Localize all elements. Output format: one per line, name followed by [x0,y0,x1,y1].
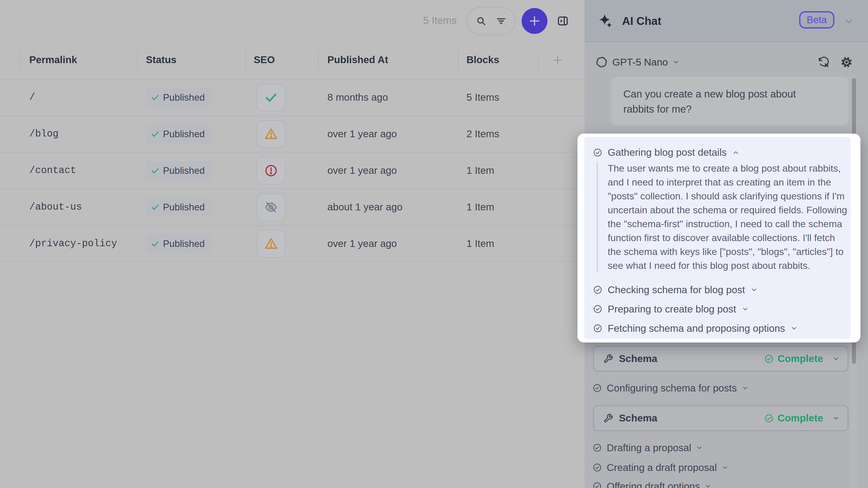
reasoning-step[interactable]: Configuring schema for posts [593,382,748,394]
published-at-cell: 8 months ago [328,79,388,115]
status-badge: Published [146,161,212,181]
blocks-cell: 1 Item [466,153,494,188]
column-header-published-at[interactable]: Published At [328,54,388,66]
permalink-cell: /contact [29,153,76,188]
chevron-down-icon [696,444,703,451]
beta-badge: Beta [799,11,834,29]
chevron-down-icon[interactable] [844,16,854,27]
published-at-cell: over 1 year ago [328,226,397,262]
published-at-cell: over 1 year ago [328,153,397,188]
check-icon [151,239,159,248]
column-header-seo[interactable]: SEO [254,54,275,66]
seo-indicator [257,230,285,258]
seo-ok-icon [264,91,278,104]
reasoning-step[interactable]: Drafting a proposal [593,442,703,454]
model-selector[interactable]: GPT-5 Nano [595,50,679,74]
sparkles-icon [598,13,613,29]
collection-view: 5 Items [0,0,585,488]
reasoning-spotlight: Gathering blog post details The user wan… [578,134,861,343]
check-circle-icon [593,324,602,333]
table-header: Permalink Status SEO Published At Blocks [0,0,585,79]
user-message-bubble: Can you create a new blog post about rab… [611,77,849,126]
seo-indicator [257,157,285,185]
reasoning-step[interactable]: Offering draft options [593,481,712,488]
check-circle-icon [593,148,602,157]
ai-chat-header: AI Chat Beta [585,0,868,42]
tool-name: Schema [619,353,657,364]
check-circle-icon [593,443,602,452]
chevron-down-icon [832,355,839,362]
reasoning-step[interactable]: Checking schema for blog post [593,285,758,295]
status-badge: Published [146,124,212,144]
table-row[interactable]: /blog Published over 1 year ago 2 Items [0,115,585,152]
column-divider [458,50,459,71]
wrench-icon [603,354,613,364]
published-at-cell: about 1 year ago [328,189,403,225]
seo-indicator [257,120,285,148]
table-row[interactable]: /about-us Published about 1 year ago 1 I… [0,188,585,225]
column-divider [318,50,319,71]
blocks-cell: 1 Item [466,226,494,262]
blocks-cell: 2 Items [466,116,499,152]
blocks-cell: 1 Item [466,189,494,225]
blocks-cell: 5 Items [466,79,499,115]
tool-name: Schema [619,413,657,424]
chevron-down-icon [742,385,748,391]
table-row[interactable]: / Published 8 months ago 5 Items [0,79,585,115]
table-row[interactable]: /contact Published over 1 year ago 1 Ite… [0,152,585,188]
column-header-blocks[interactable]: Blocks [466,54,499,66]
seo-error-icon [264,164,278,177]
chevron-down-icon [790,325,798,332]
tool-call-schema-card[interactable]: Schema Complete [593,346,848,372]
permalink-cell: /blog [29,116,59,152]
column-divider [245,50,246,71]
reasoning-step[interactable]: Creating a draft proposal [593,462,728,474]
chevron-down-icon [832,415,839,422]
reasoning-title-row[interactable]: Gathering blog post details [593,147,739,158]
permalink-cell: / [29,79,35,115]
tool-call-schema-card[interactable]: Schema Complete [593,405,848,431]
column-header-permalink[interactable]: Permalink [29,54,77,66]
settings-gear-icon[interactable] [840,56,852,68]
published-at-cell: over 1 year ago [328,116,397,152]
check-icon [151,166,159,175]
check-icon [151,203,159,212]
chevron-down-icon [750,286,758,293]
table-row[interactable]: /privacy-policy Published over 1 year ag… [0,225,585,262]
seo-indicator [257,193,285,221]
table-body: / Published 8 months ago 5 Items /blog P… [0,79,585,262]
add-column-icon[interactable] [552,55,563,66]
ai-chat-title: AI Chat [622,14,661,28]
chevron-down-icon [672,59,679,66]
seo-warning-icon [264,237,278,251]
check-circle-icon [593,304,602,314]
openai-logo-icon [595,56,608,68]
reasoning-step[interactable]: Fetching schema and proposing options [593,323,798,334]
reasoning-block: Gathering blog post details The user wan… [584,137,851,339]
user-message-text: Can you create a new blog post about rab… [623,87,818,117]
seo-hidden-eye-off-icon [264,200,278,214]
status-badge: Published [146,88,212,107]
status-badge: Published [146,197,212,217]
permalink-cell: /privacy-policy [29,226,117,262]
column-header-status[interactable]: Status [146,54,176,66]
seo-indicator [257,84,285,111]
check-circle-icon [764,354,774,363]
chat-actions [817,50,852,74]
chevron-down-icon [742,305,749,313]
chevron-down-icon [705,483,712,488]
reasoning-title: Gathering blog post details [608,147,727,158]
app-root: 5 Items [0,0,868,488]
chevron-up-icon [732,149,739,156]
reasoning-step[interactable]: Preparing to create blog post [593,304,749,315]
seo-warning-icon [264,127,278,141]
status-badge: Published [146,234,212,254]
wrench-icon [603,414,613,423]
column-divider [137,50,138,71]
column-divider [538,50,539,71]
tool-status-complete: Complete [764,353,823,364]
check-circle-icon [764,414,774,423]
check-circle-icon [593,482,602,488]
clear-history-icon[interactable] [817,56,830,68]
column-divider [20,50,21,71]
